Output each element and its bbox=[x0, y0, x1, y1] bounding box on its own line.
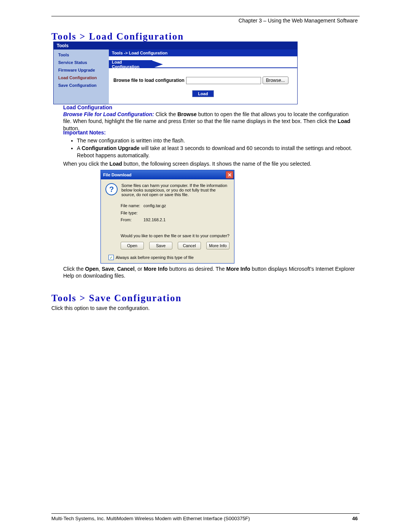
close-icon[interactable]: ✕ bbox=[226, 171, 233, 179]
dialog-titlebar: File Download ✕ bbox=[101, 170, 234, 179]
chapter-label: Chapter 3 – Using the Web Management Sof… bbox=[239, 18, 358, 24]
nav-header-bar: Tools bbox=[54, 42, 297, 50]
from-value: 192.168.2.1 bbox=[143, 216, 166, 224]
important-notes-block: Important Notes: The new configuration i… bbox=[63, 129, 358, 160]
more-info-button[interactable]: More Info bbox=[206, 242, 229, 249]
t: Click the bbox=[154, 111, 177, 117]
section-banner-label: Load Configuration bbox=[109, 60, 152, 68]
load-config-description: Load Configuration Browse File for Load … bbox=[63, 104, 358, 132]
footer-text: Multi-Tech Systems, Inc. MultiModem Wire… bbox=[51, 516, 250, 521]
browse-file-lead: Browse File for Load Configuration: bbox=[63, 111, 154, 117]
sidebar-item-save-configuration[interactable]: Save Configuration bbox=[54, 81, 109, 89]
sidebar-item-service-status[interactable]: Service Status bbox=[54, 59, 109, 66]
open-button[interactable]: Open bbox=[121, 242, 144, 249]
note-item: The new configuration is written into th… bbox=[77, 137, 358, 144]
always-ask-checkbox[interactable]: ✓ bbox=[108, 255, 114, 260]
always-ask-row[interactable]: ✓ Always ask before opening this type of… bbox=[108, 253, 229, 260]
file-info: File name: config.tar.gz File type: From… bbox=[121, 202, 229, 224]
tools-panel: Tools Tools Service Status Firmware Upgr… bbox=[53, 42, 298, 104]
sidebar: Tools Service Status Firmware Upgrade Lo… bbox=[54, 50, 109, 104]
file-download-dialog: File Download ✕ ? Some files can harm yo… bbox=[100, 170, 234, 264]
after-dialog-paragraph: Click the Open, Save, Cancel, or More In… bbox=[63, 265, 358, 279]
important-notes-head: Important Notes: bbox=[63, 129, 106, 136]
from-label: From: bbox=[121, 216, 143, 224]
note-item: A Configuration Upgrade will take at lea… bbox=[77, 145, 358, 158]
filename-value: config.tar.gz bbox=[143, 202, 166, 209]
notes-list: The new configuration is written into th… bbox=[63, 137, 358, 159]
dialog-body: ? Some files can harm your computer. If … bbox=[101, 179, 234, 263]
dialog-warning-text: Some files can harm your computer. If th… bbox=[121, 183, 229, 197]
save-button[interactable]: Save bbox=[149, 242, 172, 249]
t: Load bbox=[338, 118, 350, 124]
banner-arrow-icon bbox=[152, 61, 163, 68]
save-config-paragraph: Click this option to save the configurat… bbox=[51, 305, 358, 312]
load-config-subhead: Load Configuration bbox=[63, 104, 358, 111]
section-title-save: Tools > Save Configuration bbox=[51, 293, 182, 304]
load-result-paragraph: When you click the Load button, the foll… bbox=[63, 160, 358, 167]
dialog-button-row: Open Save Cancel More Info bbox=[121, 242, 229, 249]
sidebar-item-tools[interactable]: Tools bbox=[54, 51, 109, 59]
always-ask-label: Always ask before opening this type of f… bbox=[116, 255, 194, 260]
header-rule bbox=[51, 16, 360, 16]
dialog-title: File Download bbox=[103, 173, 132, 177]
page-number: 46 bbox=[352, 516, 358, 521]
content-pane: Tools -> Load Configuration Load Configu… bbox=[109, 50, 297, 104]
dialog-prompt: Would you like to open the file or save … bbox=[121, 233, 229, 238]
sidebar-item-firmware-upgrade[interactable]: Firmware Upgrade bbox=[54, 66, 109, 74]
load-config-form: Browse file to load configuration Browse… bbox=[109, 68, 297, 104]
file-path-input[interactable] bbox=[186, 77, 261, 84]
question-icon: ? bbox=[105, 183, 118, 195]
cancel-button[interactable]: Cancel bbox=[178, 242, 201, 249]
t: Browse bbox=[177, 111, 197, 117]
browse-file-label: Browse file to load configuration bbox=[113, 78, 185, 83]
browse-button[interactable]: Browse... bbox=[263, 77, 288, 84]
filename-label: File name: bbox=[121, 202, 143, 209]
footer-rule bbox=[51, 513, 360, 514]
sidebar-item-load-configuration[interactable]: Load Configuration bbox=[54, 74, 109, 81]
filetype-label: File type: bbox=[121, 209, 143, 217]
breadcrumb: Tools -> Load Configuration bbox=[109, 50, 297, 56]
load-button[interactable]: Load bbox=[192, 90, 213, 97]
section-title-load: Tools > Load Configuration bbox=[51, 31, 184, 42]
section-banner: Load Configuration bbox=[109, 60, 297, 68]
document-page: Chapter 3 – Using the Web Management Sof… bbox=[0, 0, 411, 532]
